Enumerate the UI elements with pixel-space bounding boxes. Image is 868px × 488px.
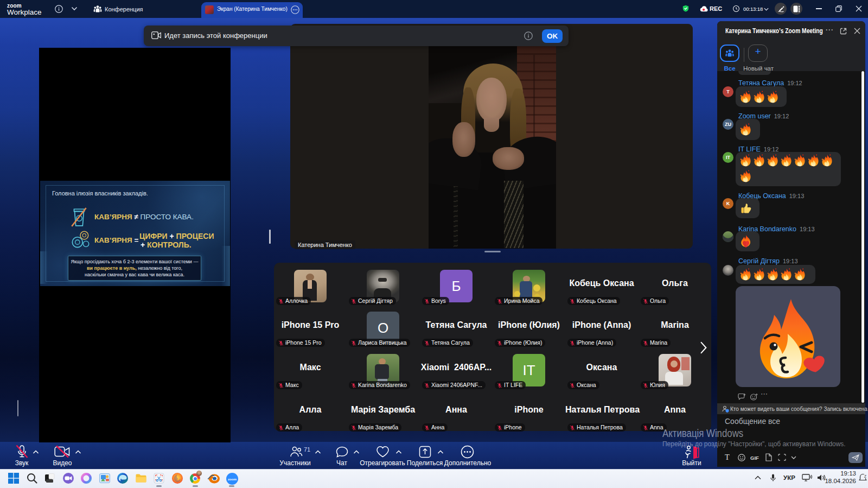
svg-text:zoom: zoom bbox=[228, 477, 237, 481]
svg-text:Z: Z bbox=[864, 474, 866, 478]
